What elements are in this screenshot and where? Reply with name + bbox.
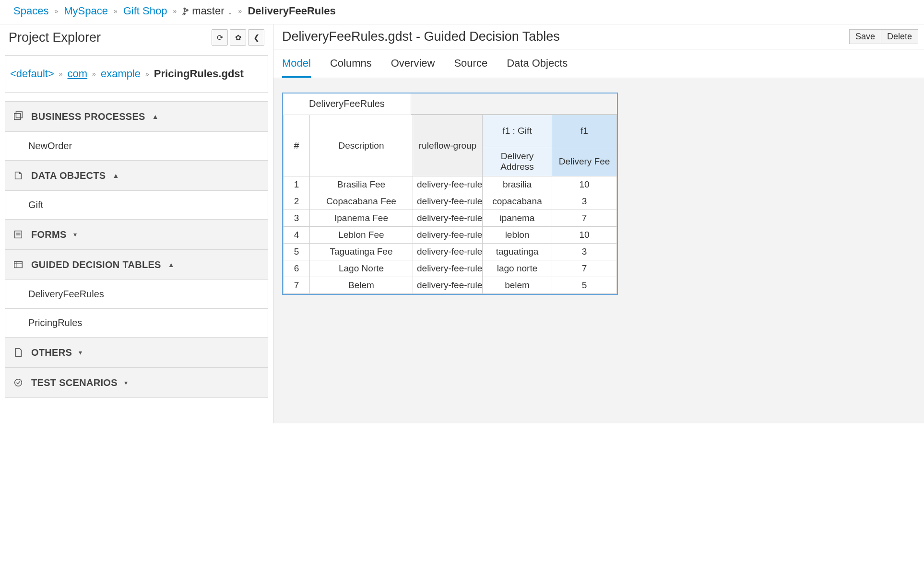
cell-description[interactable]: Taguatinga Fee xyxy=(310,244,413,260)
cell-ruleflow-group[interactable]: delivery-fee-rules xyxy=(413,260,483,277)
cell-number[interactable]: 3 xyxy=(284,210,310,227)
caret-icon: ▾ xyxy=(79,349,82,356)
cell-ruleflow-group[interactable]: delivery-fee-rules xyxy=(413,244,483,260)
breadcrumb-myspace[interactable]: MySpace xyxy=(64,5,108,17)
cell-delivery-address[interactable]: copacabana xyxy=(483,193,552,210)
cell-description[interactable]: Lago Norte xyxy=(310,260,413,277)
section-label: DATA OBJECTS xyxy=(31,170,106,181)
cell-delivery-address[interactable]: ipanema xyxy=(483,210,552,227)
cell-delivery-address[interactable]: lago norte xyxy=(483,260,552,277)
cell-delivery-fee[interactable]: 10 xyxy=(552,227,617,244)
branch-selector[interactable]: master ⌄ xyxy=(192,5,232,17)
gear-icon: ✿ xyxy=(235,33,241,42)
col-ruleflow-group[interactable]: ruleflow-group xyxy=(413,115,483,176)
tab-overview[interactable]: Overview xyxy=(391,57,435,78)
editor-title: DeliveryFeeRules.gdst - Guided Decision … xyxy=(282,29,560,44)
cell-delivery-fee[interactable]: 3 xyxy=(552,193,617,210)
cell-ruleflow-group[interactable]: delivery-fee-rules xyxy=(413,277,483,294)
cell-description[interactable]: Copacabana Fee xyxy=(310,193,413,210)
col-number[interactable]: # xyxy=(284,115,310,176)
tab-columns[interactable]: Columns xyxy=(330,57,372,78)
settings-button[interactable]: ✿ xyxy=(230,29,246,46)
col-delivery-fee[interactable]: Delivery Fee xyxy=(552,147,617,176)
cell-description[interactable]: Leblon Fee xyxy=(310,227,413,244)
tree-item[interactable]: PricingRules xyxy=(5,309,268,338)
refresh-button[interactable]: ⟳ xyxy=(212,29,228,46)
svg-rect-1 xyxy=(16,112,22,118)
table-row[interactable]: 7Belemdelivery-fee-rulesbelem5 xyxy=(284,277,617,294)
cell-ruleflow-group[interactable]: delivery-fee-rules xyxy=(413,210,483,227)
chevron-icon: » xyxy=(57,70,65,78)
cell-delivery-fee[interactable]: 5 xyxy=(552,277,617,294)
table-row[interactable]: 3Ipanema Feedelivery-fee-rulesipanema7 xyxy=(284,210,617,227)
path-pkg-example[interactable]: example xyxy=(101,68,141,80)
cell-ruleflow-group[interactable]: delivery-fee-rules xyxy=(413,227,483,244)
cell-delivery-fee[interactable]: 3 xyxy=(552,244,617,260)
cell-description[interactable]: Belem xyxy=(310,277,413,294)
tree-section-data-objects[interactable]: DATA OBJECTS▲ xyxy=(5,161,268,191)
chevron-icon: » xyxy=(111,7,120,15)
path-default[interactable]: <default> xyxy=(10,68,54,80)
caret-icon: ▾ xyxy=(73,231,77,238)
cell-delivery-fee[interactable]: 10 xyxy=(552,176,617,193)
tree-section-business-processes[interactable]: BUSINESS PROCESSES▲ xyxy=(5,102,268,132)
delete-button[interactable]: Delete xyxy=(881,29,918,44)
tree-item[interactable]: Gift xyxy=(5,191,268,220)
tab-model[interactable]: Model xyxy=(282,57,311,78)
table-row[interactable]: 5Taguatinga Feedelivery-fee-rulestaguati… xyxy=(284,244,617,260)
cell-number[interactable]: 6 xyxy=(284,260,310,277)
caret-icon: ▲ xyxy=(152,113,159,120)
cell-number[interactable]: 5 xyxy=(284,244,310,260)
col-action-pattern[interactable]: f1 xyxy=(552,115,617,147)
cell-ruleflow-group[interactable]: delivery-fee-rules xyxy=(413,176,483,193)
section-label: TEST SCENARIOS xyxy=(31,377,118,388)
tree-section-test-scenarios[interactable]: TEST SCENARIOS▾ xyxy=(5,368,268,398)
cell-number[interactable]: 1 xyxy=(284,176,310,193)
col-condition-pattern[interactable]: f1 : Gift xyxy=(483,115,552,147)
tree-section-guided-decision-tables[interactable]: GUIDED DECISION TABLES▲ xyxy=(5,250,268,280)
breadcrumb-current: DeliveryFeeRules xyxy=(248,5,335,17)
project-explorer-panel: Project Explorer ⟳ ✿ ❮ <default> » com »… xyxy=(0,24,273,423)
tree-item[interactable]: DeliveryFeeRules xyxy=(5,280,268,309)
save-button[interactable]: Save xyxy=(849,29,881,44)
tab-source[interactable]: Source xyxy=(454,57,487,78)
cell-delivery-address[interactable]: leblon xyxy=(483,227,552,244)
cell-description[interactable]: Ipanema Fee xyxy=(310,210,413,227)
col-delivery-address[interactable]: Delivery Address xyxy=(483,147,552,176)
tree-section-others[interactable]: OTHERS▾ xyxy=(5,338,268,368)
table-row[interactable]: 2Copacabana Feedelivery-fee-rulescopacab… xyxy=(284,193,617,210)
section-label: GUIDED DECISION TABLES xyxy=(31,259,161,270)
cell-description[interactable]: Brasilia Fee xyxy=(310,176,413,193)
cell-number[interactable]: 2 xyxy=(284,193,310,210)
cell-delivery-address[interactable]: taguatinga xyxy=(483,244,552,260)
section-label: BUSINESS PROCESSES xyxy=(31,111,145,122)
breadcrumb: Spaces » MySpace » Gift Shop » master ⌄ … xyxy=(0,0,924,24)
cell-number[interactable]: 4 xyxy=(284,227,310,244)
cell-number[interactable]: 7 xyxy=(284,277,310,294)
editor-tabs: ModelColumnsOverviewSourceData Objects xyxy=(273,49,924,78)
tab-data-objects[interactable]: Data Objects xyxy=(507,57,568,78)
decision-table-tab[interactable]: DeliveryFeeRules xyxy=(283,93,411,115)
cell-delivery-fee[interactable]: 7 xyxy=(552,260,617,277)
section-icon xyxy=(12,376,24,389)
caret-icon: ▲ xyxy=(112,172,119,179)
path-pkg-com[interactable]: com xyxy=(68,68,88,80)
cell-delivery-address[interactable]: brasilia xyxy=(483,176,552,193)
breadcrumb-project[interactable]: Gift Shop xyxy=(123,5,167,17)
table-row[interactable]: 6Lago Nortedelivery-fee-ruleslago norte7 xyxy=(284,260,617,277)
chevron-icon: » xyxy=(236,7,245,15)
section-icon xyxy=(12,228,24,241)
editor-panel: DeliveryFeeRules.gdst - Guided Decision … xyxy=(273,24,924,423)
cell-delivery-address[interactable]: belem xyxy=(483,277,552,294)
svg-rect-2 xyxy=(15,231,22,238)
chevron-icon: » xyxy=(170,7,179,15)
breadcrumb-spaces[interactable]: Spaces xyxy=(13,5,48,17)
cell-delivery-fee[interactable]: 7 xyxy=(552,210,617,227)
table-row[interactable]: 1Brasilia Feedelivery-fee-rulesbrasilia1… xyxy=(284,176,617,193)
collapse-button[interactable]: ❮ xyxy=(248,29,264,46)
cell-ruleflow-group[interactable]: delivery-fee-rules xyxy=(413,193,483,210)
col-description[interactable]: Description xyxy=(310,115,413,176)
table-row[interactable]: 4Leblon Feedelivery-fee-rulesleblon10 xyxy=(284,227,617,244)
tree-item[interactable]: NewOrder xyxy=(5,132,268,161)
tree-section-forms[interactable]: FORMS▾ xyxy=(5,220,268,250)
